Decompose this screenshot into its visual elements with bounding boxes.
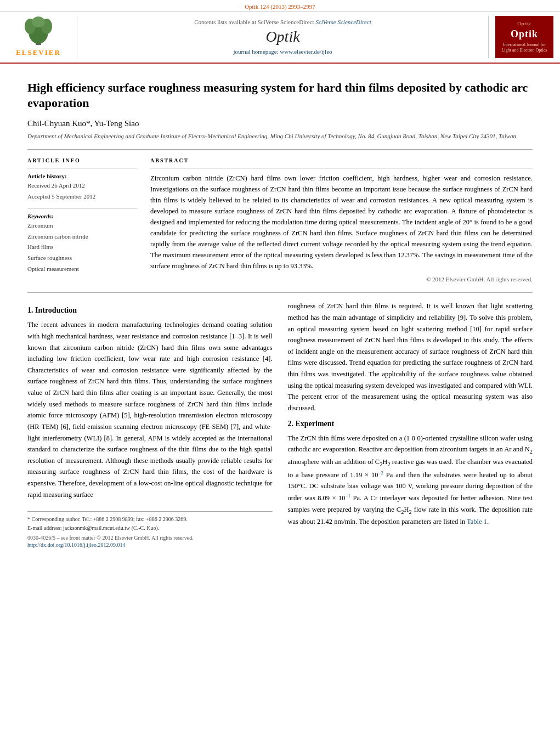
section1-right-text: roughness of ZrCN hard thin films is req… (288, 301, 533, 414)
journal-top-bar: Optik 124 (2013) 2993–2997 (0, 0, 560, 12)
abstract-header: ABSTRACT (150, 157, 533, 163)
abstract-text: Zirconium carbon nitride (ZrCN) hard fil… (150, 173, 533, 271)
article-dates: Received 26 April 2012 Accepted 5 Septem… (27, 180, 137, 202)
journal-center: Contents lists available at SciVerse Sci… (77, 16, 489, 58)
abstract-copyright: © 2012 Elsevier GmbH. All rights reserve… (150, 276, 533, 282)
article-authors: Chil-Chyuan Kuo*, Yu-Teng Siao (27, 119, 533, 128)
doi-line[interactable]: http://dx.doi.org/10.1016/j.ijleo.2012.0… (27, 542, 273, 548)
article-title: High efficiency surface roughness measur… (27, 80, 533, 111)
svg-point-4 (32, 16, 45, 27)
article-divider (27, 149, 533, 150)
body-two-col: 1. Introduction The recent advances in m… (27, 301, 533, 548)
optik-logo-box: Optik Optik International Journal forLig… (495, 16, 554, 58)
abstract-col: ABSTRACT Zirconium carbon nitride (ZrCN)… (150, 157, 533, 282)
footnote-area: * Corresponding author. Tel.: +886 2 290… (27, 511, 273, 548)
sciverse-line: Contents lists available at SciVerse Sci… (194, 19, 371, 25)
keywords-list: Zirconium Zirconium carbon nitride Hard … (27, 220, 137, 275)
journal-name: Optik (265, 27, 299, 46)
elsevier-tree-icon (19, 16, 58, 47)
bottom-copyright: 0030-4026/$ – see front matter © 2012 El… (27, 535, 273, 541)
optik-logo: Optik Optik International Journal forLig… (494, 16, 555, 58)
article-history-label: Article history: (27, 173, 137, 179)
section-divider-1 (27, 292, 533, 293)
keywords-label: Keywords: (27, 213, 137, 219)
footnote-star: * Corresponding author. Tel.: +886 2 290… (27, 515, 273, 524)
section2-text: The ZrCN thin films were deposited on a … (288, 433, 533, 528)
journal-citation: Optik 124 (2013) 2993–2997 (245, 3, 315, 10)
body-right-col: roughness of ZrCN hard thin films is req… (288, 301, 533, 548)
body-left-col: 1. Introduction The recent advances in m… (27, 301, 273, 548)
journal-homepage: journal homepage: www.elsevier.de/ijleo (233, 48, 332, 55)
journal-header: ELSEVIER Contents lists available at Sci… (0, 12, 560, 64)
article-info-col: ARTICLE INFO Article history: Received 2… (27, 157, 137, 282)
table-ref: Table 1 (467, 518, 487, 525)
article-info-header: ARTICLE INFO (27, 157, 137, 163)
elsevier-logo: ELSEVIER (5, 16, 71, 58)
section2-title: 2. Experiment (288, 420, 533, 428)
article-body: High efficiency surface roughness measur… (0, 64, 560, 559)
section1-left-text: The recent advances in modern manufactur… (27, 319, 273, 500)
elsevier-wordmark: ELSEVIER (16, 48, 61, 57)
footnote-email: E-mail address: jacksonmk@mail.mcut.edu.… (27, 524, 273, 533)
section1-title: 1. Introduction (27, 306, 273, 315)
article-affiliation: Department of Mechanical Engineering and… (27, 132, 533, 141)
article-info-abstract: ARTICLE INFO Article history: Received 2… (27, 157, 533, 282)
